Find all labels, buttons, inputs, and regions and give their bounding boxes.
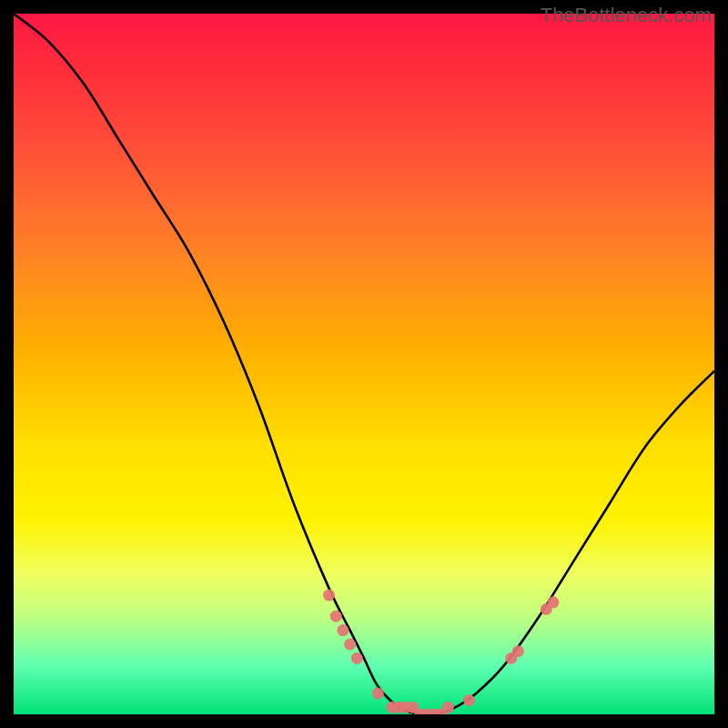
scatter-dots bbox=[323, 590, 559, 714]
watermark-text: TheBottleneck.com bbox=[541, 4, 712, 27]
plot-area bbox=[14, 14, 714, 714]
bottleneck-curve bbox=[14, 14, 714, 714]
dot bbox=[547, 596, 559, 608]
dot bbox=[372, 687, 384, 699]
dot bbox=[344, 639, 356, 651]
curve-svg bbox=[14, 14, 714, 714]
dot bbox=[323, 590, 335, 602]
dot bbox=[330, 611, 342, 622]
dot bbox=[351, 652, 363, 664]
dot bbox=[337, 624, 349, 636]
dot bbox=[442, 702, 454, 713]
dot bbox=[463, 694, 475, 706]
chart-frame: TheBottleneck.com bbox=[0, 0, 728, 728]
dot bbox=[512, 645, 524, 657]
